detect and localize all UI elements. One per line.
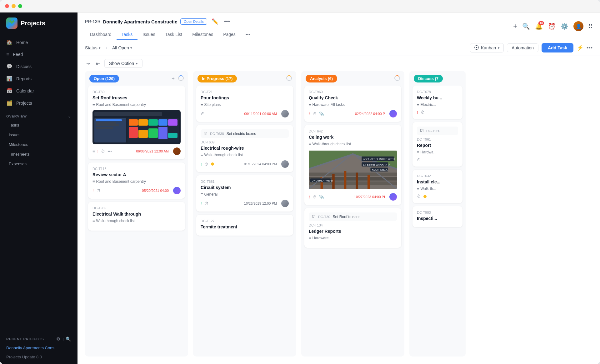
tab-task-list[interactable]: Task List [160, 29, 187, 40]
toolbar: Status ▾ › All Open ▾ ⦿ Kanban ▾ Automat… [78, 40, 600, 56]
tab-tasks[interactable]: Tasks [117, 29, 138, 40]
notification-count: 10 [538, 21, 544, 25]
sidebar-item-feed-label: Feed [13, 52, 23, 57]
refresh-icon [178, 75, 184, 81]
notifications-button[interactable]: 🔔 10 [535, 22, 543, 30]
tab-dashboard[interactable]: Dashboard [85, 29, 117, 40]
task-card[interactable]: DC-T909 Electrical Walk through ≡ Walk-t… [88, 202, 185, 231]
grid-button[interactable]: ⠿ [588, 23, 592, 30]
task-card[interactable]: DC-T127 Termite treatment [196, 215, 293, 236]
task-card[interactable]: DC-T632 Install ele... ≡ Walk-th... ⏱ [412, 170, 462, 203]
sidebar-item-issues[interactable]: Issues [0, 130, 78, 140]
task-card[interactable]: DC-T681 Circuit system ≡ General ! ⏱ [196, 175, 293, 212]
sidebar-item-milestones[interactable]: Milestones [0, 140, 78, 149]
column-open-actions: ＋ [171, 75, 184, 82]
assignee-avatar [389, 193, 397, 201]
priority-icon: ! [309, 112, 310, 116]
card-id: DC-T134 [309, 223, 397, 227]
tab-issues[interactable]: Issues [138, 29, 160, 40]
parent-task-id: DC-T30 [318, 215, 330, 219]
card-subtitle: ≡ Walk-through check list [309, 142, 397, 146]
sidebar-item-calendar[interactable]: 📅 Calendar [0, 85, 78, 97]
search-button[interactable]: 🔍 [522, 22, 530, 30]
tab-milestones[interactable]: Milestones [187, 29, 218, 40]
filter-icon[interactable]: ⚙ [56, 337, 61, 342]
add-button[interactable]: + [513, 22, 517, 30]
projects-icon: 🗂️ [6, 100, 12, 106]
add-task-button[interactable]: Add Task [542, 43, 573, 52]
task-card[interactable]: DC-T960 Quality Check ≡ Hardware- All ta… [304, 86, 401, 122]
column-analysis-refresh-button[interactable] [394, 75, 400, 82]
card-id: DC-T681 [201, 180, 289, 183]
column-in-progress-cards: DC-T21 Pour footings ≡ Site plans ⏱ [193, 86, 296, 357]
clock-button[interactable]: ⏰ [548, 22, 556, 30]
more-options-button[interactable]: ••• [223, 17, 231, 26]
expand-icon: ⇤ [96, 61, 100, 66]
sidebar-item-timesheets[interactable]: Timesheets [0, 149, 78, 159]
card-timestamp: 02/24/2022 04:00 P [355, 112, 385, 116]
assignee-avatar [173, 187, 181, 194]
card-id: DC-T30 [92, 90, 181, 94]
task-card[interactable]: ☑ DC-T638 Set electric boxes DC-T639 Ele… [196, 125, 293, 172]
card-footer-icons: ≡ ! ⏱ ••• [92, 149, 133, 154]
column-open-add-button[interactable]: ＋ [171, 75, 176, 82]
minimize-dot[interactable] [12, 4, 16, 8]
sidebar-item-projects[interactable]: 🗂️ Projects [0, 97, 78, 109]
search-icon[interactable]: 🔍 [66, 337, 71, 342]
svg-text:ASPHALT SHINGLE WITH: ASPHALT SHINGLE WITH [363, 157, 395, 161]
card-id: DC-T960 [309, 90, 397, 94]
more-toolbar-button[interactable]: ••• [587, 45, 592, 51]
svg-rect-8 [344, 171, 347, 189]
task-card[interactable]: DC-T113 Review sector A ≡ Roof and Basem… [88, 162, 185, 199]
task-card[interactable]: DC-T903 Inspecti... [412, 206, 462, 227]
card-footer: ⏱ [417, 157, 458, 162]
sidebar: Projects 🏠 Home ≡ Feed 💬 Discuss 📊 Repo [0, 12, 78, 364]
kanban-button[interactable]: ⦿ Kanban ▾ [470, 43, 504, 52]
sidebar-logo-text: Projects [21, 20, 45, 27]
sidebar-item-tasks[interactable]: Tasks [0, 120, 78, 130]
user-avatar[interactable]: 👤 [573, 21, 583, 31]
sidebar-item-reports[interactable]: 📊 Reports [0, 72, 78, 85]
column-inprogress-refresh-button[interactable] [286, 75, 292, 82]
collapse-columns-button[interactable]: ⇥ [85, 59, 92, 68]
sidebar-item-discuss[interactable]: 💬 Discuss [0, 60, 78, 72]
card-footer-icons: ! ⏱ [201, 201, 242, 206]
main-layout: Projects 🏠 Home ≡ Feed 💬 Discuss 📊 Repo [0, 12, 600, 364]
sidebar-item-feed[interactable]: ≡ Feed [0, 48, 78, 60]
task-ref-icon: ☑ [312, 214, 316, 219]
open-details-button[interactable]: Open Details [180, 18, 207, 25]
show-option-button[interactable]: Show Option ▾ [104, 59, 142, 68]
expand-columns-button[interactable]: ⇤ [95, 59, 101, 68]
task-card[interactable]: ☑ DC-T960 DC-T961 Report ≡ Hardwa... [412, 122, 462, 167]
tab-more[interactable]: ••• [241, 29, 255, 40]
subtitle-icon: ≡ [417, 102, 419, 107]
all-open-chevron-icon: ▾ [130, 46, 132, 50]
status-filter-button[interactable]: Status ▾ [85, 45, 101, 50]
card-footer: ! ⏱ [417, 110, 458, 115]
automation-button[interactable]: Automation [507, 43, 538, 52]
recent-project-update[interactable]: Projects Update 8.0 [0, 352, 78, 362]
task-card[interactable]: DC-T30 Set Roof trusses ≡ Roof and Basem… [88, 86, 185, 159]
card-footer-icons: ! ⏱ [92, 188, 139, 193]
recent-projects-section: Recent Projects ⚙ | 🔍 Donnelly Apartment… [0, 332, 78, 364]
card-id: DC-T127 [201, 219, 289, 223]
task-card[interactable]: DC-T642 Celing work ≡ Walk-through check… [304, 125, 401, 205]
close-dot[interactable] [5, 4, 9, 8]
all-open-filter-button[interactable]: All Open ▾ [112, 45, 132, 50]
sidebar-item-home[interactable]: 🏠 Home [0, 36, 78, 48]
settings-button[interactable]: ⚙️ [561, 22, 568, 30]
filter-button[interactable]: ⚡ [577, 44, 583, 51]
chevron-down-icon[interactable]: ⌄ [68, 114, 71, 118]
task-card[interactable]: ☑ DC-T30 Set Roof trusses DC-T134 Ledger… [304, 208, 401, 248]
recent-project-donnelly[interactable]: Donnelly Apartments Cons... [0, 343, 78, 352]
edit-icon-button[interactable]: ✏️ [210, 17, 220, 26]
subtitle-icon: ≡ [201, 102, 203, 107]
task-card[interactable]: DC-T678 Weekly bu... ≡ Electric... ! ⏱ [412, 86, 462, 119]
svg-text:LIFETIME WARRANTY: LIFETIME WARRANTY [363, 163, 391, 166]
maximize-dot[interactable] [18, 4, 22, 8]
column-open-refresh-button[interactable] [178, 75, 184, 82]
sidebar-item-expenses[interactable]: Expenses [0, 159, 78, 169]
clock-icon: ⏱ [417, 157, 421, 162]
tab-pages[interactable]: Pages [218, 29, 241, 40]
task-card[interactable]: DC-T21 Pour footings ≡ Site plans ⏱ [196, 86, 293, 122]
